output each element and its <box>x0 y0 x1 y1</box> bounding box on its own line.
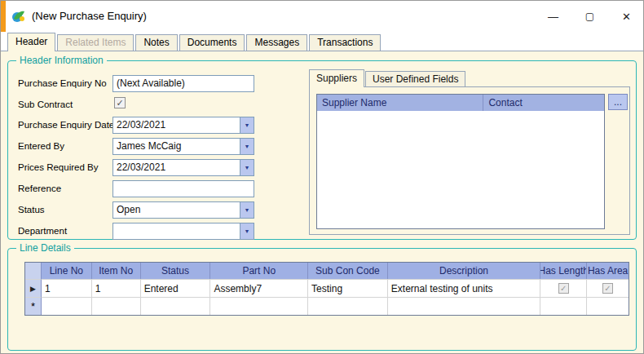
browse-suppliers-button[interactable]: ... <box>608 94 628 110</box>
maximize-button[interactable]: ▢ <box>571 1 608 32</box>
column-header-description[interactable]: Description <box>388 263 540 279</box>
cell-sub-con-code[interactable] <box>308 297 388 315</box>
combo-value: Open <box>113 202 240 218</box>
column-header-part-no[interactable]: Part No <box>210 263 308 279</box>
dropdown-arrow-icon[interactable]: ▼ <box>240 223 254 239</box>
dropdown-arrow-icon[interactable]: ▼ <box>240 139 254 154</box>
combo-value: James McCaig <box>113 139 240 154</box>
cell-has-length[interactable] <box>540 297 587 315</box>
column-header-has-area[interactable]: Has Area <box>587 263 629 279</box>
cell-has-area[interactable]: ✓ <box>587 279 629 297</box>
prices-required-by-label: Prices Required By <box>18 162 98 174</box>
sub-contract-label: Sub Contract <box>18 99 73 111</box>
purchase-enquiry-date-combo[interactable]: 22/03/2021 ▼ <box>112 117 254 134</box>
tab-documents[interactable]: Documents <box>179 34 245 51</box>
header-tab-page: Header Information Purchase Enquiry No (… <box>1 51 644 354</box>
group-title: Line Details <box>16 242 74 254</box>
tab-transactions[interactable]: Transactions <box>309 34 381 51</box>
suppliers-grid-header: Supplier Name Contact <box>317 95 604 111</box>
purchase-enquiry-window: (New Purchase Enquiry) — ▢ ✕ Header Rela… <box>0 0 644 354</box>
combo-value: 22/03/2021 <box>113 117 240 133</box>
cell-description[interactable] <box>388 297 540 315</box>
disabled-checkbox-icon: ✓ <box>602 283 613 294</box>
current-row-icon[interactable]: ▶ <box>25 279 42 297</box>
main-tabstrip: Header Related Items Notes Documents Mes… <box>1 32 644 51</box>
checkmark-icon: ✓ <box>116 99 123 108</box>
combo-value: 22/03/2021 <box>113 160 240 175</box>
cell-line-no[interactable]: 1 <box>42 279 92 297</box>
cell-sub-con-code[interactable]: Testing <box>308 279 388 297</box>
cell-line-no[interactable] <box>42 297 92 315</box>
column-header-status[interactable]: Status <box>141 263 211 279</box>
prices-required-by-combo[interactable]: 22/03/2021 ▼ <box>112 159 254 176</box>
entered-by-combo[interactable]: James McCaig ▼ <box>112 138 254 155</box>
tab-user-defined-fields[interactable]: User Defined Fields <box>365 71 465 86</box>
window-title: (New Purchase Enquiry) <box>32 1 147 32</box>
cell-part-no[interactable]: Assembly7 <box>210 279 308 297</box>
disabled-checkbox-icon: ✓ <box>558 283 569 294</box>
column-header-supplier-name[interactable]: Supplier Name <box>317 95 483 111</box>
column-header-sub-con-code[interactable]: Sub Con Code <box>308 263 388 279</box>
department-label: Department <box>18 225 67 237</box>
tab-related-items: Related Items <box>57 34 134 51</box>
column-header-has-length[interactable]: Has Length <box>540 263 587 279</box>
status-label: Status <box>18 204 45 216</box>
cell-status[interactable]: Entered <box>141 279 211 297</box>
dropdown-arrow-icon[interactable]: ▼ <box>240 202 254 218</box>
line-details-grid[interactable]: Line No Item No Status Part No Sub Con C… <box>24 262 629 316</box>
row-selector-header <box>25 263 42 279</box>
tab-messages[interactable]: Messages <box>246 34 307 51</box>
tab-header[interactable]: Header <box>7 33 55 51</box>
minimize-button[interactable]: — <box>535 1 571 32</box>
sub-contract-checkbox[interactable]: ✓ <box>114 97 126 108</box>
reference-label: Reference <box>18 183 61 195</box>
column-header-contact[interactable]: Contact <box>483 95 604 111</box>
titlebar[interactable]: (New Purchase Enquiry) — ▢ ✕ <box>1 1 644 32</box>
line-details-grid-header: Line No Item No Status Part No Sub Con C… <box>25 263 629 279</box>
cell-status[interactable] <box>141 297 211 315</box>
background-window-sliver <box>1 1 6 32</box>
line-details-new-row[interactable]: * <box>25 297 629 315</box>
cell-description[interactable]: External testing of units <box>388 279 540 297</box>
tab-notes[interactable]: Notes <box>135 34 177 51</box>
dropdown-arrow-icon[interactable]: ▼ <box>240 117 254 133</box>
reference-field[interactable] <box>112 180 254 197</box>
department-combo[interactable]: ▼ <box>112 223 254 240</box>
combo-value <box>113 223 240 239</box>
cell-has-area[interactable] <box>587 297 629 315</box>
tab-suppliers[interactable]: Suppliers <box>309 69 364 87</box>
column-header-line-no[interactable]: Line No <box>42 263 92 279</box>
cell-has-length[interactable]: ✓ <box>540 279 587 297</box>
suppliers-grid[interactable]: Supplier Name Contact <box>316 94 605 229</box>
new-row-icon[interactable]: * <box>25 297 42 315</box>
entered-by-label: Entered By <box>18 140 64 153</box>
purchase-enquiry-no-label: Purchase Enquiry No <box>18 77 107 90</box>
cell-part-no[interactable] <box>210 297 308 315</box>
window-controls: — ▢ ✕ <box>535 1 644 32</box>
group-title: Header Information <box>16 55 107 66</box>
purchase-enquiry-no-field[interactable]: (Next Available) <box>112 75 254 92</box>
cell-item-no[interactable] <box>92 297 141 315</box>
close-button[interactable]: ✕ <box>608 1 644 32</box>
dropdown-arrow-icon[interactable]: ▼ <box>240 160 254 175</box>
app-icon <box>11 9 26 24</box>
suppliers-tab-page: Supplier Name Contact ... <box>309 86 630 235</box>
line-details-group: Line Details Line No Item No Status Part… <box>7 248 637 351</box>
purchase-enquiry-date-label: Purchase Enquiry Date <box>18 119 114 131</box>
line-details-row[interactable]: ▶ 1 1 Entered Assembly7 Testing External… <box>25 279 629 297</box>
column-header-item-no[interactable]: Item No <box>92 263 141 279</box>
suppliers-tabstrip: Suppliers User Defined Fields <box>309 69 466 86</box>
cell-item-no[interactable]: 1 <box>92 279 141 297</box>
status-combo[interactable]: Open ▼ <box>112 201 254 219</box>
